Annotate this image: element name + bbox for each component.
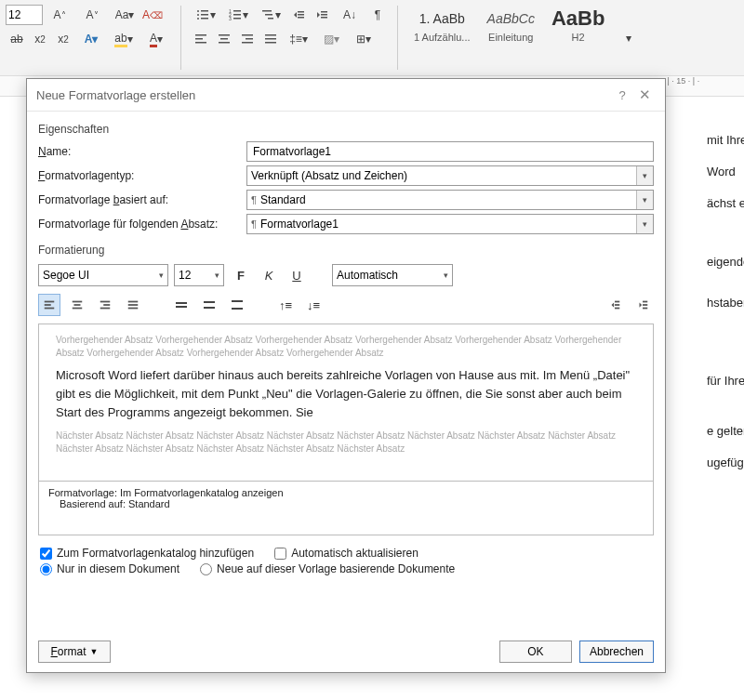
svg-rect-40 — [103, 304, 110, 306]
justify-icon[interactable] — [259, 28, 282, 50]
ribbon: A˄ A˅ Aa▾ A⌫ ab x2 x2 A▾ ab▾ A▾ ▾ 123▾ ▾… — [0, 0, 744, 76]
svg-rect-5 — [201, 18, 208, 20]
sort-icon[interactable]: A↓ — [334, 4, 365, 26]
strikethrough-icon[interactable]: ab — [6, 28, 28, 50]
svg-rect-37 — [74, 304, 81, 306]
space-before-up-button[interactable]: ↑≡ — [274, 294, 297, 316]
show-marks-icon[interactable]: ¶ — [366, 4, 389, 26]
svg-rect-18 — [321, 11, 327, 13]
bullets-icon[interactable]: ▾ — [190, 4, 221, 26]
spacing-15-button[interactable] — [198, 294, 220, 316]
spacing-double-button[interactable] — [226, 294, 248, 316]
type-combo[interactable]: Verknüpft (Absatz und Zeichen)▾ — [246, 165, 654, 186]
multilevel-icon[interactable]: ▾ — [255, 4, 286, 26]
add-to-gallery-checkbox[interactable]: Zum Formatvorlagenkatalog hinzufügen — [40, 547, 254, 560]
numbering-icon[interactable]: 123▾ — [222, 4, 254, 26]
following-label: Formatvorlage für folgenden Absatz: — [38, 218, 233, 231]
ok-button[interactable]: OK — [499, 641, 572, 663]
grow-font-icon[interactable]: A˄ — [44, 4, 75, 26]
align-center-icon[interactable] — [213, 28, 235, 50]
indent-increase-button[interactable] — [631, 294, 654, 316]
svg-rect-11 — [233, 18, 241, 20]
font-size-select[interactable] — [6, 5, 43, 25]
justify-button[interactable] — [122, 294, 144, 316]
space-before-down-button[interactable]: ↓≡ — [302, 294, 325, 316]
borders-icon[interactable]: ⊞▾ — [348, 28, 379, 50]
preview-ghost-after: Nächster Absatz Nächster Absatz Nächster… — [56, 429, 636, 455]
style-item[interactable]: 1. AaBb 1 Aufzählu... — [414, 6, 471, 70]
dialog-title: Neue Formatvorlage erstellen — [36, 88, 611, 102]
svg-point-2 — [197, 14, 199, 16]
svg-point-4 — [197, 18, 199, 20]
shrink-font-icon[interactable]: A˅ — [76, 4, 108, 26]
svg-rect-30 — [265, 34, 276, 36]
font-color-combo[interactable]: Automatisch▾ — [332, 264, 453, 286]
name-label: Name: — [38, 145, 233, 158]
decrease-indent-icon[interactable] — [287, 4, 310, 26]
chevron-down-icon: ▾ — [209, 271, 219, 280]
close-icon[interactable]: ✕ — [633, 86, 656, 103]
svg-rect-7 — [233, 10, 241, 12]
increase-indent-icon[interactable] — [311, 4, 333, 26]
preview-box: Vorhergehender Absatz Vorhergehender Abs… — [38, 324, 654, 482]
change-case-icon[interactable]: Aa▾ — [109, 4, 140, 26]
font-color-icon[interactable]: A▾ — [140, 28, 172, 50]
clear-formatting-icon[interactable]: A⌫ — [141, 4, 164, 26]
shading-icon[interactable]: ▨▾ — [315, 28, 347, 50]
svg-rect-19 — [321, 14, 327, 16]
line-spacing-icon[interactable]: ‡≡▾ — [283, 28, 314, 50]
subscript-icon[interactable]: x2 — [29, 28, 51, 50]
chevron-down-icon: ▾ — [636, 215, 653, 233]
font-family-combo[interactable]: Segoe UI▾ — [38, 264, 168, 286]
name-input[interactable] — [246, 141, 654, 162]
bold-button[interactable]: F — [230, 264, 252, 286]
svg-rect-33 — [45, 301, 55, 303]
svg-rect-52 — [615, 304, 619, 306]
indent-decrease-button[interactable] — [604, 294, 626, 316]
styles-more-icon[interactable]: ▾ — [618, 27, 640, 49]
svg-rect-53 — [615, 308, 619, 310]
svg-rect-50 — [232, 308, 243, 310]
svg-rect-20 — [321, 17, 327, 19]
align-right-button[interactable] — [94, 294, 116, 316]
svg-point-0 — [197, 10, 199, 12]
styles-gallery[interactable]: 1. AaBb 1 Aufzählu... AaBbCc Einleitung … — [405, 2, 614, 73]
svg-rect-31 — [265, 38, 276, 40]
spacing-single-button[interactable] — [170, 294, 193, 316]
svg-rect-27 — [242, 34, 253, 36]
font-size-combo[interactable]: 12▾ — [174, 264, 224, 286]
preview-ghost-before: Vorhergehender Absatz Vorhergehender Abs… — [56, 334, 636, 359]
align-left-button[interactable] — [38, 294, 60, 316]
svg-rect-23 — [195, 42, 206, 44]
superscript-icon[interactable]: x2 — [52, 28, 74, 50]
svg-rect-35 — [45, 308, 55, 310]
highlight-icon[interactable]: ab▾ — [108, 28, 140, 50]
svg-rect-15 — [298, 11, 304, 13]
align-left-icon[interactable] — [190, 28, 212, 50]
section-properties-label: Eigenschaften — [38, 123, 654, 136]
paragraph-icon: ¶ — [251, 194, 257, 205]
help-icon[interactable]: ? — [611, 88, 633, 102]
style-item[interactable]: AaBb H2 — [551, 6, 604, 70]
auto-update-checkbox[interactable]: Automatisch aktualisieren — [274, 547, 418, 560]
cancel-button[interactable]: Abbrechen — [579, 641, 654, 663]
svg-rect-51 — [615, 301, 619, 303]
based-on-combo[interactable]: ¶Standard▾ — [246, 190, 654, 210]
align-center-button[interactable] — [66, 294, 88, 316]
svg-rect-16 — [298, 14, 304, 16]
preview-sample-text: Microsoft Word liefert darüber hinaus au… — [56, 366, 636, 422]
align-right-icon[interactable] — [236, 28, 259, 50]
svg-rect-17 — [298, 17, 304, 19]
format-button[interactable]: Format▼ — [38, 641, 111, 663]
underline-button[interactable]: U — [286, 264, 308, 286]
svg-rect-24 — [219, 34, 230, 36]
only-this-doc-radio[interactable]: Nur in diesem Dokument — [40, 562, 179, 575]
italic-button[interactable]: K — [258, 264, 280, 286]
following-combo[interactable]: ¶Formatvorlage1▾ — [246, 214, 654, 234]
svg-rect-48 — [204, 307, 215, 309]
chevron-down-icon: ▾ — [153, 271, 164, 280]
style-item[interactable]: AaBbCc Einleitung — [487, 6, 535, 70]
svg-rect-56 — [643, 308, 647, 310]
text-effects-icon[interactable]: A▾ — [75, 28, 107, 50]
new-template-docs-radio[interactable]: Neue auf dieser Vorlage basierende Dokum… — [200, 562, 455, 575]
